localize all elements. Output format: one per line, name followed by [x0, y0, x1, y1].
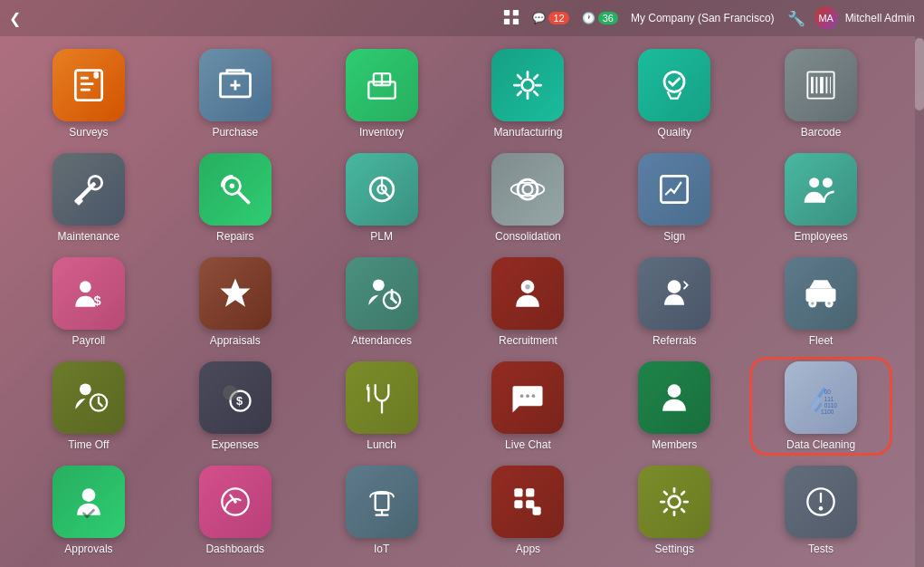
header: ❮ 💬 12 🕐 36 My Company (San Francisco) 🔧…: [0, 0, 924, 36]
appraisals-label: Appraisals: [210, 334, 261, 347]
svg-rect-18: [811, 77, 814, 93]
lunch-label: Lunch: [367, 438, 396, 451]
scrollbar[interactable]: [915, 36, 924, 567]
avatar[interactable]: MA: [814, 6, 838, 30]
svg-point-56: [223, 385, 238, 400]
svg-rect-74: [515, 488, 523, 496]
app-tile-plm[interactable]: PLM: [311, 149, 452, 246]
svg-point-49: [827, 302, 831, 305]
app-tile-datacleaning[interactable]: 0011101101100Data Cleaning: [750, 358, 891, 455]
svg-rect-7: [81, 89, 90, 91]
app-tile-dashboards[interactable]: Dashboards: [165, 462, 306, 559]
purchase-label: Purchase: [212, 126, 258, 139]
livechat-label: Live Chat: [505, 438, 551, 451]
surveys-icon-bg: [52, 49, 125, 121]
app-tile-recruitment[interactable]: Recruitment: [457, 254, 598, 351]
surveys-label: Surveys: [69, 126, 108, 139]
svg-point-36: [80, 281, 91, 293]
expenses-icon-bg: $: [199, 361, 271, 434]
svg-rect-20: [820, 77, 824, 93]
app-tile-fleet[interactable]: Fleet: [750, 254, 891, 351]
svg-rect-45: [806, 289, 836, 303]
app-tile-payroll[interactable]: $Payroll: [18, 254, 159, 351]
svg-point-79: [669, 496, 681, 508]
app-tile-settings[interactable]: Settings: [604, 462, 745, 559]
app-tile-employees[interactable]: Employees: [750, 149, 891, 246]
payroll-label: Payroll: [72, 334, 106, 347]
datacleaning-label: Data Cleaning: [786, 438, 855, 451]
svg-rect-22: [830, 77, 831, 93]
messages-button[interactable]: 💬 12: [532, 12, 568, 24]
svg-text:1100: 1100: [821, 408, 834, 415]
app-tile-livechat[interactable]: Live Chat: [457, 358, 598, 455]
svg-rect-75: [527, 488, 535, 496]
app-tile-expenses[interactable]: $Expenses: [165, 358, 306, 455]
app-tile-consolidation[interactable]: Consolidation: [457, 149, 598, 246]
quality-icon-bg: [638, 49, 710, 121]
back-chevron-icon[interactable]: ❮: [9, 10, 21, 27]
app-tile-repairs[interactable]: Repairs: [165, 149, 306, 246]
svg-point-43: [526, 284, 531, 290]
maintenance-icon-bg: [52, 153, 125, 226]
svg-point-70: [233, 500, 237, 504]
app-tile-quality[interactable]: Quality: [604, 45, 745, 142]
user-name[interactable]: Mitchell Admin: [845, 12, 915, 24]
app-tile-sign[interactable]: Sign: [604, 149, 745, 246]
company-name[interactable]: My Company (San Francisco): [631, 12, 775, 24]
fleet-label: Fleet: [809, 334, 834, 347]
app-tile-inventory[interactable]: Inventory: [311, 45, 452, 142]
app-tile-iot[interactable]: IoT: [311, 462, 452, 559]
plm-icon-bg: [346, 153, 418, 226]
app-tile-apps[interactable]: Apps: [457, 462, 598, 559]
quality-label: Quality: [658, 126, 691, 139]
app-tile-barcode[interactable]: Barcode: [750, 45, 891, 142]
header-left: ❮: [9, 10, 21, 27]
fleet-icon-bg: [785, 257, 857, 330]
sign-icon-bg: [638, 153, 710, 226]
apps-label: Apps: [516, 543, 540, 555]
app-tile-members[interactable]: Members: [604, 358, 745, 455]
header-center: 💬 12 🕐 36 My Company (San Francisco) 🔧: [503, 9, 805, 28]
app-tile-manufacturing[interactable]: Manufacturing: [457, 45, 598, 142]
approvals-icon-bg: [52, 466, 125, 538]
timeoff-label: Time Off: [68, 438, 109, 451]
app-tile-purchase[interactable]: Purchase: [165, 45, 306, 142]
app-tile-referrals[interactable]: Referrals: [604, 254, 745, 351]
members-icon-bg: [638, 361, 710, 434]
header-right: MA Mitchell Admin: [814, 6, 915, 30]
manufacturing-label: Manufacturing: [493, 126, 562, 139]
svg-text:$: $: [236, 394, 243, 408]
activity-button[interactable]: 🕐 36: [582, 12, 618, 24]
employees-label: Employees: [794, 230, 847, 243]
svg-line-53: [99, 403, 102, 407]
svg-text:00: 00: [824, 389, 832, 395]
svg-point-62: [668, 384, 681, 398]
svg-marker-38: [220, 279, 250, 307]
wrench-icon[interactable]: 🔧: [787, 10, 805, 27]
purchase-icon-bg: [199, 49, 271, 121]
svg-rect-77: [527, 500, 535, 508]
scrollbar-thumb[interactable]: [915, 38, 924, 111]
referrals-icon-bg: [638, 257, 710, 330]
app-tile-attendances[interactable]: Attendances: [311, 254, 452, 351]
app-tile-lunch[interactable]: Lunch: [311, 358, 452, 455]
inventory-label: Inventory: [359, 126, 404, 139]
appraisals-icon-bg: [199, 257, 271, 330]
app-tile-tests[interactable]: Tests: [750, 462, 891, 559]
svg-rect-1: [513, 9, 519, 14]
svg-rect-19: [816, 77, 818, 93]
grid-menu-button[interactable]: [503, 9, 519, 28]
app-tile-surveys[interactable]: Surveys: [18, 45, 159, 142]
settings-label: Settings: [655, 543, 694, 555]
app-tile-timeoff[interactable]: Time Off: [18, 358, 159, 455]
expenses-label: Expenses: [211, 438, 259, 451]
app-tile-appraisals[interactable]: Appraisals: [165, 254, 306, 351]
svg-point-34: [809, 178, 819, 187]
svg-rect-71: [375, 494, 388, 510]
app-tile-approvals[interactable]: Approvals: [18, 462, 159, 559]
app-tile-maintenance[interactable]: Maintenance: [18, 149, 159, 246]
svg-point-59: [520, 394, 524, 398]
payroll-icon-bg: $: [52, 257, 125, 330]
repairs-icon-bg: [199, 153, 271, 226]
app-grid: SurveysPurchaseInventoryManufacturingQua…: [0, 36, 910, 567]
